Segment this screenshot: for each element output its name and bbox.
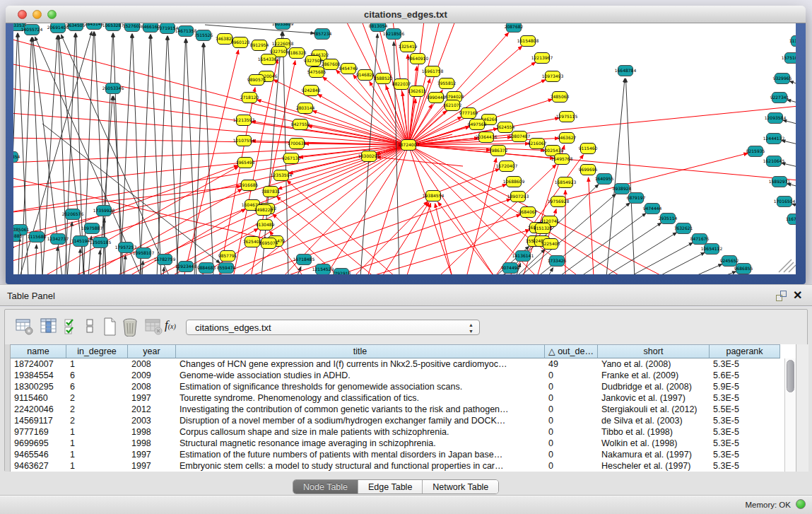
graph-node[interactable]: 9960123 <box>231 37 250 48</box>
cell-out_de[interactable]: 49 <box>545 358 598 370</box>
graph-node[interactable]: 16720407 <box>496 161 518 172</box>
float-panel-icon[interactable] <box>776 291 789 302</box>
cell-pagerank[interactable]: 5.9E-5 <box>710 381 780 392</box>
cell-name[interactable]: 22420046 <box>11 404 66 415</box>
cell-title[interactable]: Disruption of a novel member of a sodium… <box>176 415 545 426</box>
cell-out_de[interactable]: 0 <box>545 460 598 472</box>
cell-title[interactable]: Structural magnetic resonance image aver… <box>176 438 545 449</box>
cell-out_de[interactable]: 0 <box>545 404 598 415</box>
graph-node[interactable]: 12975115 <box>556 112 578 122</box>
graph-node[interactable]: 26053346 <box>102 83 124 94</box>
graph-node[interactable]: 9884683 <box>197 263 216 274</box>
graph-node[interactable]: 8813054 <box>369 23 388 32</box>
window-titlebar[interactable]: citations_edges.txt <box>6 6 806 23</box>
graph-node[interactable]: 5225400 <box>541 239 560 250</box>
graph-node[interactable]: 9242848 <box>302 86 321 96</box>
graph-node[interactable]: 12923448 <box>175 262 197 272</box>
vertical-scrollbar[interactable] <box>784 358 796 472</box>
graph-node[interactable]: 9130489 <box>256 220 275 230</box>
new-table-button[interactable] <box>101 317 121 337</box>
graph-node[interactable]: 5475685 <box>307 67 326 78</box>
graph-node[interactable]: 1640955 <box>595 174 614 185</box>
table-row[interactable]: 1456911722003Disruption of a novel membe… <box>11 415 784 426</box>
cell-name[interactable]: 19384554 <box>11 370 66 381</box>
cell-short[interactable]: Tibbo et al. (1998) <box>598 426 710 438</box>
column-header-year[interactable]: year <box>128 344 176 358</box>
table-source-select[interactable]: citations_edges.txt ▲▼ <box>186 320 480 335</box>
cell-out_de[interactable]: 0 <box>545 449 598 460</box>
network-graph[interactable]: 1633538140557242069140696345052843141106… <box>13 23 796 274</box>
cell-short[interactable]: Franke et al. (2009) <box>598 370 710 381</box>
graph-node[interactable]: 9699695 <box>579 165 598 175</box>
cell-out_de[interactable]: 0 <box>545 426 598 438</box>
cell-pagerank[interactable]: 5.3E-5 <box>710 438 780 449</box>
graph-node[interactable]: 1167533 <box>786 214 796 225</box>
cell-short[interactable]: Stergiakouli et al. (2012) <box>598 404 710 415</box>
graph-node[interactable]: 1498220 <box>254 205 273 216</box>
graph-node[interactable]: 19384554 <box>423 191 445 201</box>
scrollbar-thumb[interactable] <box>787 360 794 392</box>
cell-title[interactable]: Corpus callosum shape and size in male p… <box>176 426 545 438</box>
graph-node[interactable]: 1362615 <box>408 86 427 97</box>
import-table-button[interactable] <box>143 317 163 337</box>
table-settings-button[interactable] <box>15 317 35 337</box>
graph-node[interactable]: 8912954 <box>250 40 269 51</box>
table-row[interactable]: 946362711997Embryonic stem cells: a mode… <box>11 460 784 472</box>
cell-name[interactable]: 9465546 <box>11 449 66 460</box>
table-row[interactable]: 977716911998Corpus callosum shape and si… <box>11 426 784 438</box>
table-row[interactable]: 1872400712008Changes of HCN gene express… <box>11 358 784 370</box>
cell-pagerank[interactable]: 5.3E-5 <box>710 426 780 438</box>
graph-node[interactable]: 12444132 <box>763 134 785 144</box>
graph-node[interactable]: 1695074 <box>259 238 278 249</box>
graph-node[interactable]: 8454749 <box>339 64 358 74</box>
graph-node[interactable]: 10688609 <box>503 177 525 187</box>
graph-node[interactable]: 9329965 <box>773 74 792 84</box>
graph-node[interactable]: 16782759 <box>154 255 176 265</box>
cell-short[interactable]: Yano et al. (2008) <box>598 358 710 370</box>
graph-node[interactable]: 9151320 <box>534 223 553 234</box>
graph-node[interactable]: 12213593 <box>233 115 255 126</box>
graph-node[interactable]: 12213967 <box>531 53 553 64</box>
cell-out_de[interactable]: 0 <box>545 370 598 381</box>
column-header-short[interactable]: short <box>598 344 710 358</box>
cell-title[interactable]: Estimation of significance thresholds fo… <box>176 381 545 392</box>
graph-node[interactable]: 1621072 <box>443 100 462 111</box>
graph-node[interactable]: 9227341 <box>770 93 789 103</box>
graph-node[interactable]: 2843141 <box>85 23 104 30</box>
column-header-title[interactable]: title <box>176 344 545 358</box>
cell-title[interactable]: Embryonic stem cells: a model to study s… <box>176 460 545 472</box>
graph-node[interactable]: 1700631 <box>288 139 307 149</box>
graph-node[interactable]: 9267130 <box>282 153 301 164</box>
graph-node[interactable]: 1527602 <box>123 23 142 32</box>
graph-node[interactable]: 16210645 <box>763 156 785 167</box>
close-panel-icon[interactable]: ✕ <box>793 288 802 302</box>
cell-name[interactable]: 18300295 <box>11 381 66 392</box>
graph-node[interactable]: 2718120 <box>240 93 259 103</box>
graph-node[interactable]: 1112443 <box>789 36 796 47</box>
graph-node[interactable]: 15751074 <box>782 53 796 64</box>
graph-node[interactable]: 8427552 <box>291 119 310 130</box>
cell-name[interactable]: 9699695 <box>11 438 66 449</box>
cell-pagerank[interactable]: 5.5E-5 <box>710 404 780 415</box>
cell-pagerank[interactable]: 5.3E-5 <box>710 358 780 370</box>
graph-node[interactable]: 7792918 <box>332 269 351 275</box>
graph-node[interactable]: 8471676 <box>690 234 710 245</box>
graph-node[interactable]: 1733426 <box>548 256 567 267</box>
graph-node[interactable]: 1916685 <box>240 180 259 191</box>
column-header-out_de[interactable]: △ out_de… <box>545 344 598 358</box>
cell-in_degree[interactable]: 1 <box>66 460 128 472</box>
graph-node[interactable]: 9074494 <box>501 263 520 274</box>
delete-table-button[interactable] <box>121 317 141 337</box>
graph-node[interactable]: 9108354 <box>13 152 20 163</box>
table-row[interactable]: 946554611997Estimation of the future num… <box>11 449 784 460</box>
cell-out_de[interactable]: 0 <box>545 381 598 392</box>
graph-node[interactable]: 19218506 <box>383 29 405 40</box>
cell-year[interactable]: 2012 <box>128 404 176 415</box>
cell-in_degree[interactable]: 1 <box>66 438 128 449</box>
cell-pagerank[interactable]: 5.3E-5 <box>710 392 780 404</box>
function-builder-button[interactable]: f(x) <box>165 318 186 338</box>
graph-node[interactable]: 12505185 <box>90 238 112 248</box>
graph-node[interactable]: 7887831 <box>261 187 281 197</box>
cell-in_degree[interactable]: 1 <box>66 426 128 438</box>
graph-node[interactable]: 9686855 <box>734 264 753 274</box>
